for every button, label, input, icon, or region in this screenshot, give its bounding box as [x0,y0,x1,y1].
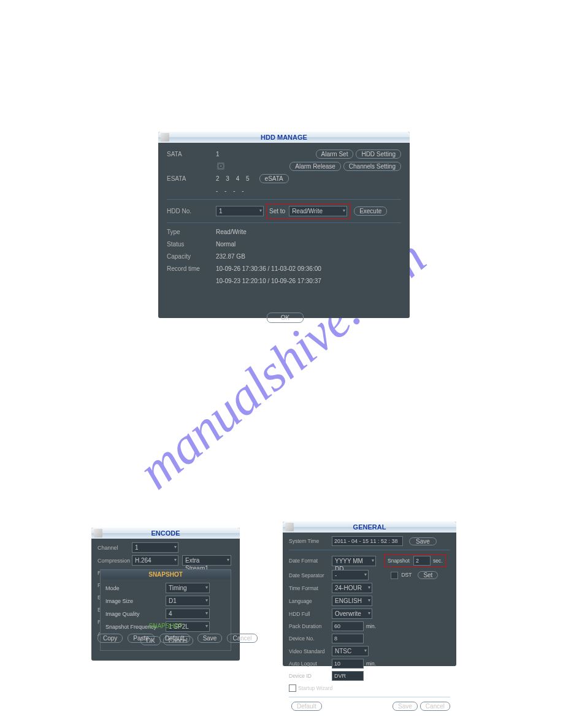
record-time-value1: 10-09-26 17:30:36 / 11-03-02 09:36:00 [216,265,321,272]
record-time-value2: 10-09-23 12:20:10 / 10-09-26 17:30:37 [216,278,321,284]
set-to-label: Set to [269,208,285,214]
type-label: Type [167,229,216,235]
pack-duration-unit: min. [366,623,376,629]
snapshot-dialog-title: SNAPSHOT [101,570,231,579]
mouse-cursor-icon: ➤ [464,610,470,618]
video-standard-dropdown[interactable]: NTSC [332,646,369,656]
hdd-full-label: HDD Full [289,611,332,617]
esata-ports: 2 3 4 5 [216,175,252,182]
date-format-dropdown[interactable]: YYYY MM DD [332,556,376,566]
paste-button[interactable]: Paste [128,634,155,643]
language-dropdown[interactable]: ENGLISH [332,596,372,606]
hdd-full-dropdown[interactable]: Overwrite [332,609,372,619]
time-format-label: Time Format [289,585,332,591]
general-window: GENERAL System Time 2011 - 04 - 15 11 : … [283,521,456,666]
encode-window: ENCODE Channel 1 Compression H.264 Extra… [91,528,240,661]
date-separator-dropdown[interactable]: - [332,570,369,580]
copy-button[interactable]: Copy [98,634,123,643]
channels-setting-button[interactable]: Channels Setting [343,162,401,171]
dst-checkbox[interactable] [391,572,398,579]
dst-label: DST [401,572,412,578]
status-value: Normal [216,241,236,248]
set-to-dropdown[interactable]: Read/Write [289,206,347,216]
esata-button[interactable]: eSATA [259,174,289,183]
date-separator-label: Date Separator [289,572,332,578]
sata-label: SATA [167,151,216,157]
hdd-titlebar: HDD MANAGE [158,132,410,143]
date-format-label: Date Format [289,558,332,564]
image--quality-dropdown[interactable]: 4 [166,609,210,619]
hdd-no-dropdown[interactable]: 1 [216,206,264,216]
type-value: Read/Write [216,229,247,235]
sata-status-indicator: O [217,162,224,170]
esata-status-dashes: - - - - [216,188,247,194]
channel-label: Channel [98,545,132,551]
system-time-label: System Time [289,538,332,544]
default-button[interactable]: Default [291,702,322,711]
startup-wizard-label: Startup Wizard [298,685,332,691]
pack-duration-input[interactable]: 60 [332,621,364,631]
general-title: GENERAL [353,523,386,531]
window-icon [94,529,102,537]
capacity-label: Capacity [167,253,216,260]
video-standard-label: Video Standard [289,648,332,654]
compression-dropdown[interactable]: H.264 [132,555,178,566]
compression-label: Compression [98,558,132,564]
encode-titlebar: ENCODE [91,528,240,539]
cancel-button[interactable]: Cancel [420,702,450,711]
startup-wizard-checkbox[interactable] [289,684,296,692]
esata-label: ESATA [167,175,216,182]
language-label: Language [289,598,332,604]
system-time-input[interactable]: 2011 - 04 - 15 11 : 52 : 38 [332,536,403,546]
device-no-input[interactable]: 8 [332,634,364,643]
save-button[interactable]: Save [393,702,418,711]
window-icon [161,133,169,142]
hdd-title: HDD MANAGE [261,134,307,141]
extra-stream-dropdown[interactable]: Extra Stream1 [182,555,231,566]
record-time-label: Record time [167,265,216,272]
hdd-manage-window: HDD MANAGE SATA 1 Alarm Set HDD Setting … [158,132,410,318]
snapshot-input[interactable]: 2 [413,556,431,566]
hdd-setting-button[interactable]: HDD Setting [356,150,401,159]
snapshot-label: Snapshot [388,558,410,564]
image-quality-label: Image Quality [105,611,166,617]
device-no-label: Device No. [289,635,332,642]
device-id-label: Device ID [289,673,332,679]
status-label: Status [167,241,216,248]
snapshot-link[interactable]: SNAPSHOT [148,623,182,629]
execute-button[interactable]: Execute [354,207,387,216]
cancel-button[interactable]: Cancel [227,634,257,643]
pack-duration-label: Pack Duration [289,623,332,629]
device-id-input[interactable]: DVR [332,671,364,681]
sata-value: 1 [216,151,220,157]
window-icon [285,523,294,531]
auto-logout-label: Auto Logout [289,661,332,667]
default-button[interactable]: Default [159,634,190,643]
general-titlebar: GENERAL [283,521,456,533]
image-size-dropdown[interactable]: D1 [166,596,210,606]
time-format-dropdown[interactable]: 24-HOUR [332,583,372,593]
dst-set-button[interactable]: Set [418,571,438,579]
save-button[interactable]: Save [197,634,223,643]
image-size-label: Image Size [105,598,166,604]
auto-logout-input[interactable]: 10 [332,659,364,669]
mode-dropdown[interactable]: Timing [166,583,210,593]
hdd-no-label: HDD No. [167,208,216,214]
ok-button[interactable]: OK [267,313,304,323]
encode-title: ENCODE [151,529,180,537]
alarm-release-button[interactable]: Alarm Release [289,162,341,171]
snapshot-unit: sec. [433,558,443,564]
mode-label: Mode [105,585,166,591]
auto-logout-unit: min. [366,661,376,667]
save-top-button[interactable]: Save [409,537,437,545]
alarm-set-button[interactable]: Alarm Set [316,150,354,159]
capacity-value: 232.87 GB [216,253,245,260]
channel-dropdown[interactable]: 1 [132,542,178,553]
